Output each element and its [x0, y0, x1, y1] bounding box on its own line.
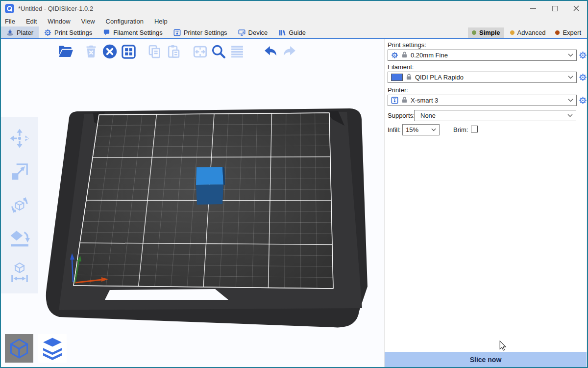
- settings-panel: Print settings: 0.20mm Fine Filament:: [385, 39, 587, 367]
- bed-handle-slot: [105, 289, 228, 300]
- filament-icon: [103, 29, 110, 36]
- slice-now-button[interactable]: Slice now: [385, 352, 587, 367]
- tab-filament-settings[interactable]: Filament Settings: [98, 26, 168, 38]
- view-mode-toggles: [5, 334, 67, 363]
- mode-simple[interactable]: Simple: [468, 27, 504, 38]
- delete-all-button[interactable]: [100, 42, 119, 61]
- edit-printer-button[interactable]: [578, 96, 587, 105]
- mouse-cursor: [499, 341, 507, 351]
- printer-icon: [391, 97, 398, 104]
- title-bar: *Untitled - QIDISlicer-1.0.2: [1, 1, 587, 16]
- 3d-editor-view-button[interactable]: [5, 334, 33, 363]
- tab-label: Filament Settings: [113, 29, 162, 36]
- supports-value: None: [417, 112, 564, 119]
- menu-window[interactable]: Window: [48, 18, 70, 25]
- filament-select[interactable]: QIDI PLA Rapido: [388, 72, 577, 83]
- filament-color-swatch: [391, 74, 403, 81]
- lock-icon: [402, 97, 407, 105]
- mode-label: Advanced: [517, 29, 546, 36]
- infill-select[interactable]: 15%: [402, 124, 440, 135]
- model-cube: [196, 167, 225, 205]
- search-button[interactable]: [209, 42, 228, 61]
- infill-value: 15%: [406, 126, 428, 133]
- tab-label: Print Settings: [54, 29, 92, 36]
- menu-help[interactable]: Help: [154, 18, 168, 25]
- arrange-button[interactable]: [119, 42, 138, 61]
- tab-plater[interactable]: Plater: [1, 26, 39, 38]
- redo-button[interactable]: [280, 42, 298, 61]
- tab-guide[interactable]: Guide: [273, 26, 311, 38]
- chevron-down-icon: [567, 114, 573, 117]
- expert-dot-icon: [555, 30, 560, 35]
- printer-label: Printer:: [388, 86, 408, 94]
- window-title: *Untitled - QIDISlicer-1.0.2: [18, 5, 93, 12]
- build-plate-scene: [1, 39, 384, 367]
- tab-bar: Plater Print Settings Filament Settings …: [1, 26, 587, 39]
- close-button[interactable]: [565, 1, 587, 15]
- tab-device[interactable]: Device: [233, 26, 273, 38]
- measure-tool-icon[interactable]: [8, 260, 31, 284]
- guide-icon: [278, 29, 286, 36]
- plater-icon: [6, 29, 14, 36]
- slice-now-label: Slice now: [470, 356, 502, 364]
- paste-button[interactable]: [164, 42, 183, 61]
- move-tool-icon[interactable]: [8, 127, 31, 150]
- maximize-button[interactable]: [544, 1, 565, 15]
- print-settings-label: Print settings:: [388, 41, 426, 49]
- menu-file[interactable]: File: [5, 18, 15, 25]
- supports-select[interactable]: None: [414, 110, 576, 121]
- place-on-face-tool-icon[interactable]: [8, 227, 31, 250]
- mode-advanced[interactable]: Advanced: [506, 27, 550, 38]
- scale-tool-icon[interactable]: [8, 160, 31, 184]
- simple-dot-icon: [472, 30, 476, 35]
- print-settings-value: 0.20mm Fine: [411, 52, 564, 59]
- tab-label: Guide: [289, 29, 306, 36]
- chevron-down-icon: [568, 76, 573, 79]
- brim-checkbox[interactable]: [471, 126, 478, 132]
- chevron-down-icon: [568, 99, 573, 102]
- advanced-dot-icon: [510, 30, 514, 35]
- print-settings-select[interactable]: 0.20mm Fine: [388, 50, 577, 61]
- printer-icon: [173, 29, 181, 36]
- printer-value: X-smart 3: [411, 97, 564, 104]
- gear-icon: [391, 52, 398, 59]
- mode-label: Expert: [563, 29, 581, 36]
- preview-layers-view-button[interactable]: [38, 334, 67, 363]
- rotate-tool-icon[interactable]: [8, 193, 31, 217]
- mode-expert[interactable]: Expert: [551, 27, 585, 38]
- menu-edit[interactable]: Edit: [26, 18, 37, 25]
- filament-value: QIDI PLA Rapido: [415, 74, 564, 81]
- tab-print-settings[interactable]: Print Settings: [39, 26, 98, 38]
- menu-view[interactable]: View: [81, 18, 95, 25]
- mode-label: Simple: [479, 29, 500, 36]
- lock-icon: [402, 52, 407, 59]
- gear-icon: [44, 29, 51, 36]
- mode-selector: Simple Advanced Expert: [468, 26, 587, 38]
- filament-label: Filament:: [388, 63, 414, 71]
- edit-print-settings-button[interactable]: [578, 51, 587, 59]
- copy-button[interactable]: [146, 42, 164, 61]
- variable-layer-height-button[interactable]: [228, 42, 246, 61]
- split-button[interactable]: [191, 42, 209, 61]
- viewport-toolbar: [56, 42, 298, 61]
- menu-bar: File Edit Window View Configuration Help: [1, 16, 587, 26]
- supports-label: Supports:: [388, 112, 415, 119]
- minimize-button[interactable]: [522, 1, 544, 15]
- lock-icon: [406, 74, 412, 81]
- chevron-down-icon: [568, 53, 573, 57]
- open-button[interactable]: [56, 42, 75, 61]
- menu-configuration[interactable]: Configuration: [106, 18, 144, 25]
- delete-button[interactable]: [82, 42, 100, 61]
- tab-label: Printer Settings: [184, 29, 227, 36]
- infill-label: Infill:: [388, 126, 401, 133]
- edit-filament-button[interactable]: [578, 73, 587, 81]
- printer-select[interactable]: X-smart 3: [388, 95, 577, 106]
- 3d-viewport[interactable]: [1, 39, 385, 367]
- undo-button[interactable]: [261, 42, 280, 61]
- brim-label: Brim:: [453, 126, 468, 133]
- gizmo-toolbar: [1, 117, 38, 293]
- tab-label: Plater: [17, 29, 33, 36]
- app-window: *Untitled - QIDISlicer-1.0.2 File Edit W…: [0, 0, 588, 368]
- device-icon: [238, 29, 245, 36]
- tab-printer-settings[interactable]: Printer Settings: [168, 26, 233, 38]
